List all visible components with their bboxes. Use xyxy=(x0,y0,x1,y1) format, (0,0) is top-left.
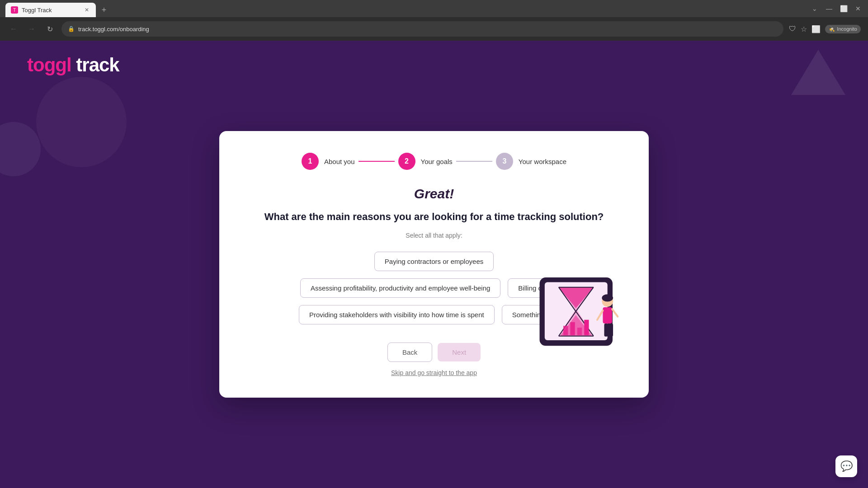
svg-rect-14 xyxy=(584,320,589,335)
options-row-2: Assessing profitability, productivity an… xyxy=(300,278,568,298)
tab-favicon: T xyxy=(11,6,18,14)
stepper: 1 About you 2 Your goals 3 Your workspac… xyxy=(241,153,627,170)
buttons-row: Back Next xyxy=(387,343,481,362)
url-text: track.toggl.com/onboarding xyxy=(78,26,149,33)
forward-nav-button[interactable]: → xyxy=(25,23,38,35)
option-assessing[interactable]: Assessing profitability, productivity an… xyxy=(300,278,500,298)
maximize-button[interactable]: ⬜ xyxy=(837,2,850,15)
options-row-1: Paying contractors or employees xyxy=(374,252,494,271)
url-bar[interactable]: 🔒 track.toggl.com/onboarding xyxy=(61,21,783,37)
main-question: What are the main reasons you are lookin… xyxy=(241,211,627,224)
great-title: Great! xyxy=(241,186,627,202)
reload-button[interactable]: ↻ xyxy=(43,23,56,35)
step-2-circle: 2 xyxy=(398,153,415,170)
tab-close-button[interactable]: ✕ xyxy=(83,6,90,14)
skip-link[interactable]: Skip and go straight to the app xyxy=(391,369,477,376)
close-window-button[interactable]: ✕ xyxy=(852,2,864,15)
tab-bar: T Toggl Track ✕ + ⌄ — ⬜ ✕ xyxy=(0,0,868,17)
incognito-badge: 🕵 Incognito xyxy=(825,25,861,33)
svg-rect-12 xyxy=(570,322,575,335)
modal-overlay: 1 About you 2 Your goals 3 Your workspac… xyxy=(0,41,868,488)
connector-2 xyxy=(456,161,492,162)
svg-rect-20 xyxy=(609,324,613,337)
options-row-3: Providing stakeholders with visibility i… xyxy=(299,305,569,324)
svg-point-21 xyxy=(602,294,613,301)
extension-icon-1[interactable]: 🛡 xyxy=(789,25,796,33)
logo-toggl: toggl track xyxy=(27,54,119,75)
option-stakeholders[interactable]: Providing stakeholders with visibility i… xyxy=(299,305,495,324)
step-2-label: Your goals xyxy=(421,158,453,165)
address-bar: ← → ↻ 🔒 track.toggl.com/onboarding 🛡 ☆ ⬜… xyxy=(0,17,868,41)
svg-rect-19 xyxy=(604,324,608,337)
connector-1 xyxy=(359,161,395,162)
back-nav-button[interactable]: ← xyxy=(7,23,20,35)
svg-rect-11 xyxy=(563,326,568,335)
new-tab-button[interactable]: + xyxy=(98,4,110,16)
step-3-label: Your workspace xyxy=(519,158,566,165)
browser-chrome: T Toggl Track ✕ + ⌄ — ⬜ ✕ ← → ↻ 🔒 track.… xyxy=(0,0,868,41)
option-paying[interactable]: Paying contractors or employees xyxy=(374,252,494,271)
next-button: Next xyxy=(438,343,481,361)
illustration xyxy=(532,276,627,357)
active-tab[interactable]: T Toggl Track ✕ xyxy=(5,3,96,17)
step-1-circle: 1 xyxy=(302,153,319,170)
onboarding-modal: 1 About you 2 Your goals 3 Your workspac… xyxy=(219,131,649,398)
chat-icon: 💬 xyxy=(840,460,853,472)
step-2: 2 Your goals xyxy=(398,153,453,170)
chat-widget[interactable]: 💬 xyxy=(835,455,857,477)
svg-rect-13 xyxy=(577,328,582,335)
tab-title: Toggl Track xyxy=(22,7,80,14)
bookmark-icon[interactable]: ☆ xyxy=(801,25,807,33)
step-3: 3 Your workspace xyxy=(496,153,566,170)
back-button[interactable]: Back xyxy=(387,343,432,362)
select-all-text: Select all that apply: xyxy=(241,232,627,239)
lock-icon: 🔒 xyxy=(68,26,75,32)
profile-icon[interactable]: ⬜ xyxy=(811,25,821,33)
step-3-circle: 3 xyxy=(496,153,513,170)
minimize-button[interactable]: — xyxy=(823,2,835,15)
tab-search-icon[interactable]: ⌄ xyxy=(808,2,821,15)
step-1-label: About you xyxy=(324,158,355,165)
tab-controls: ⌄ — ⬜ ✕ xyxy=(808,0,868,17)
svg-line-18 xyxy=(612,309,618,316)
incognito-icon: 🕵 xyxy=(829,26,835,32)
svg-rect-16 xyxy=(603,307,612,324)
logo: toggl track xyxy=(27,54,119,76)
step-1: 1 About you xyxy=(302,153,355,170)
address-right-controls: 🛡 ☆ ⬜ 🕵 Incognito xyxy=(789,25,861,33)
